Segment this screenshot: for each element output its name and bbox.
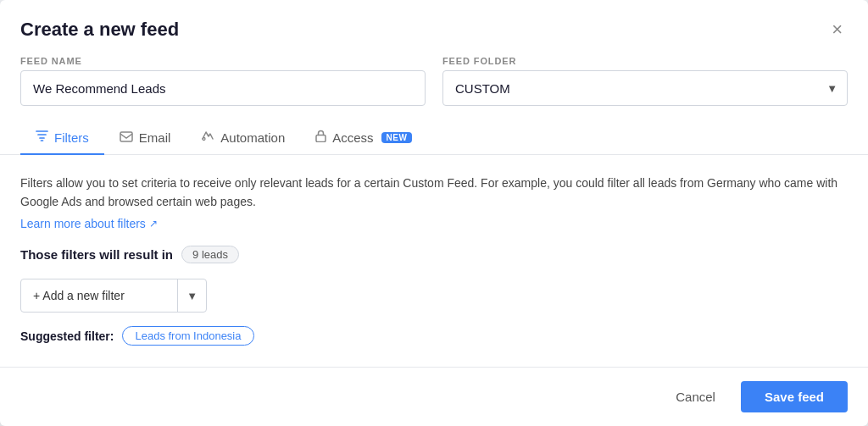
modal-title: Create a new feed: [20, 19, 179, 41]
tab-automation-label: Automation: [220, 130, 285, 145]
suggested-row: Suggested filter: Leads from Indonesia: [20, 326, 848, 346]
add-filter-button[interactable]: + Add a new filter ▼: [20, 279, 207, 313]
tab-access-label: Access: [332, 130, 373, 145]
filter-icon: [36, 130, 48, 145]
svg-rect-2: [316, 136, 326, 142]
results-row: Those filters will result in 9 leads: [20, 246, 848, 263]
tab-filters-label: Filters: [54, 130, 89, 145]
feed-name-input[interactable]: [20, 70, 426, 106]
modal-body: Filters allow you to set criteria to rec…: [0, 155, 868, 352]
feed-name-group: FEED NAME: [20, 56, 426, 106]
leads-count-badge: 9 leads: [181, 246, 239, 263]
svg-rect-0: [120, 132, 132, 141]
suggested-chip-button[interactable]: Leads from Indonesia: [122, 326, 253, 346]
suggested-label: Suggested filter:: [20, 329, 114, 343]
tab-email[interactable]: Email: [104, 122, 186, 155]
feed-folder-label: FEED FOLDER: [442, 56, 848, 66]
tab-filters[interactable]: Filters: [20, 122, 104, 155]
add-filter-chevron-icon: ▼: [186, 290, 198, 302]
filter-description: Filters allow you to set criteria to rec…: [20, 174, 848, 212]
email-icon: [120, 130, 133, 145]
close-button[interactable]: ×: [826, 19, 848, 41]
lock-icon: [315, 130, 326, 145]
feed-folder-select-wrapper: CUSTOM DEFAULT SALES MARKETING ▼: [442, 70, 848, 106]
save-feed-button[interactable]: Save feed: [741, 381, 848, 412]
feed-folder-group: FEED FOLDER CUSTOM DEFAULT SALES MARKETI…: [442, 56, 848, 106]
feed-name-label: FEED NAME: [20, 56, 426, 66]
tab-automation[interactable]: Automation: [186, 121, 300, 155]
add-filter-main-button[interactable]: + Add a new filter: [21, 279, 177, 312]
automation-icon: [201, 130, 214, 145]
modal-header: Create a new feed ×: [0, 0, 868, 56]
svg-point-1: [203, 138, 205, 141]
tab-email-label: Email: [139, 130, 171, 145]
cancel-button[interactable]: Cancel: [660, 381, 731, 412]
modal-footer: Cancel Save feed: [0, 367, 868, 426]
feed-folder-select[interactable]: CUSTOM DEFAULT SALES MARKETING: [442, 70, 848, 106]
external-link-icon: ↗: [149, 218, 158, 230]
form-fields: FEED NAME FEED FOLDER CUSTOM DEFAULT SAL…: [0, 56, 868, 121]
learn-more-link[interactable]: Learn more about filters ↗: [20, 217, 158, 230]
create-feed-modal: Create a new feed × FEED NAME FEED FOLDE…: [0, 0, 868, 426]
new-badge: NEW: [381, 132, 413, 143]
learn-more-text: Learn more about filters: [20, 217, 146, 230]
tab-access[interactable]: Access NEW: [300, 121, 427, 155]
add-filter-chevron-button[interactable]: ▼: [178, 279, 206, 312]
tabs-bar: Filters Email Automation Access NEW: [0, 121, 868, 155]
results-text: Those filters will result in: [20, 247, 173, 262]
